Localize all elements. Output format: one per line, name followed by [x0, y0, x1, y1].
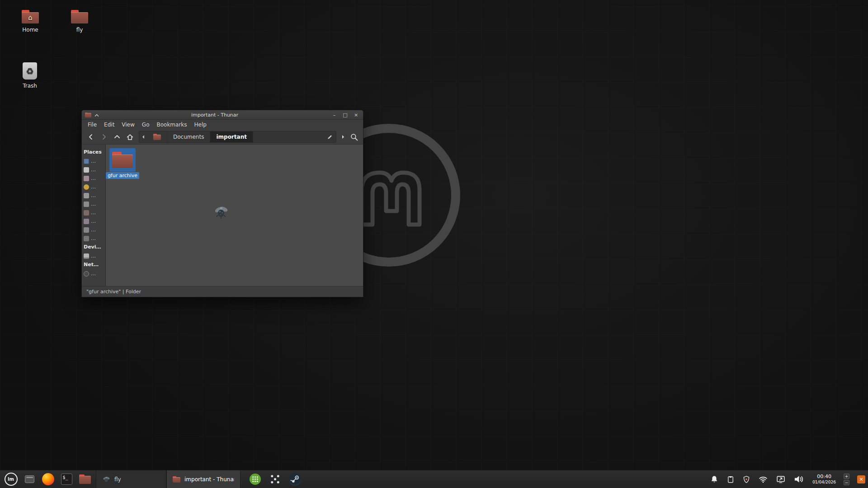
places-header: Places	[84, 149, 104, 155]
window-list-button[interactable]	[22, 472, 37, 487]
path-bar: Documents important	[139, 131, 336, 143]
desktop-icon-trash[interactable]: ♻ Trash	[9, 62, 51, 89]
sidebar-item-filesystem[interactable]: …	[84, 183, 104, 191]
clock-time: 00:40	[817, 474, 831, 480]
home-icon	[84, 167, 89, 173]
system-tray: 00:40 01/04/2026 + − ×	[710, 474, 868, 485]
firefox-icon	[42, 473, 54, 485]
menu-go[interactable]: Go	[138, 121, 153, 129]
steam-icon	[289, 473, 301, 485]
videos-icon	[84, 236, 89, 241]
task-label: fly	[114, 476, 121, 483]
pictures-icon	[84, 227, 89, 233]
crumb-home[interactable]	[147, 131, 167, 142]
orange-close-badge[interactable]: ×	[857, 475, 865, 483]
steam-launcher[interactable]	[288, 472, 302, 487]
green-apps-launcher[interactable]	[248, 472, 262, 487]
menu-file[interactable]: File	[84, 121, 100, 129]
crumb-label: Documents	[173, 134, 204, 140]
forward-button[interactable]	[98, 131, 110, 143]
clock-date: 01/04/2026	[812, 480, 836, 485]
volume-icon[interactable]	[793, 474, 805, 484]
file-view[interactable]: gfur archive	[106, 145, 363, 286]
zoom-in-button[interactable]: +	[844, 474, 849, 479]
search-button[interactable]	[348, 131, 360, 143]
crumb-important[interactable]: important	[210, 131, 253, 142]
menu-bookmarks[interactable]: Bookmarks	[153, 121, 190, 129]
home-button[interactable]	[124, 131, 136, 143]
documents-icon	[84, 202, 89, 207]
sidebar-item-home[interactable]: …	[84, 165, 104, 174]
dots-grid-icon	[269, 474, 281, 485]
network-globe-icon	[84, 184, 89, 190]
menu-edit[interactable]: Edit	[100, 121, 118, 129]
sidebar-item-downloads[interactable]: …	[84, 208, 104, 217]
fly-sprite[interactable]	[213, 204, 229, 220]
window-icon	[25, 475, 34, 483]
home-emblem-icon: ⌂	[22, 10, 39, 23]
menu-view[interactable]: View	[118, 121, 138, 129]
folder-icon	[173, 476, 180, 483]
shade-chevron-up-icon[interactable]	[94, 111, 99, 119]
display-capture-icon[interactable]	[776, 474, 786, 484]
network-drive-icon	[84, 271, 89, 277]
computer-icon	[84, 159, 89, 164]
crumb-label: important	[216, 134, 246, 140]
menu-bar: File Edit View Go Bookmarks Help	[82, 120, 363, 130]
minimize-button[interactable]: –	[330, 113, 338, 117]
file-manager-launcher[interactable]	[78, 472, 92, 487]
dots-grid-launcher[interactable]	[268, 472, 282, 487]
window-titlebar[interactable]: important - Thunar – □ ×	[82, 110, 363, 120]
task-button-fly[interactable]: fly	[96, 470, 166, 488]
folder-icon	[79, 474, 91, 484]
window-icon	[85, 113, 91, 117]
desktop-icon-label: Home	[22, 27, 38, 33]
sidebar-item-documents[interactable]: …	[84, 200, 104, 208]
crumb-documents[interactable]: Documents	[167, 131, 210, 142]
sidebar-item-pictures[interactable]: …	[84, 225, 104, 234]
back-button[interactable]	[85, 131, 97, 143]
toolbar: Documents important	[82, 130, 363, 145]
edit-path-pencil-icon[interactable]	[324, 131, 336, 142]
folder-icon	[112, 152, 133, 168]
menu-help[interactable]: Help	[191, 121, 210, 129]
mint-menu-button[interactable]: lm	[4, 472, 18, 487]
path-scroll-right-icon[interactable]	[339, 131, 347, 143]
window-title: important - Thunar	[102, 112, 327, 118]
file-item-gfur-archive[interactable]: gfur archive	[108, 148, 137, 179]
taskbar: lm $_ fly important	[0, 470, 868, 488]
sidebar-item-trash[interactable]: …	[84, 191, 104, 200]
home-folder-icon: ⌂	[22, 10, 39, 23]
sidebar-item-videos[interactable]: …	[84, 234, 104, 243]
music-icon	[84, 219, 89, 224]
selected-file-highlight	[109, 148, 136, 172]
zoom-out-button[interactable]: −	[844, 480, 849, 485]
folder-icon	[71, 10, 88, 23]
sidebar-item-harddisk[interactable]: …	[84, 252, 104, 260]
firefox-launcher[interactable]	[41, 472, 55, 487]
desktop-icon-fly[interactable]: fly	[59, 10, 100, 33]
home-crumb-folder-icon	[153, 134, 161, 140]
wifi-icon[interactable]	[758, 475, 768, 484]
shield-icon[interactable]	[742, 475, 750, 484]
clipboard-icon[interactable]	[726, 475, 735, 484]
terminal-launcher[interactable]: $_	[59, 472, 74, 487]
sidebar-item-network[interactable]: …	[84, 269, 104, 278]
maximize-button[interactable]: □	[341, 113, 349, 117]
status-bar: "gfur archive" | Folder	[82, 286, 363, 297]
sidebar-item-music[interactable]: …	[84, 217, 104, 225]
mint-logo-icon: lm	[5, 473, 18, 486]
close-button[interactable]: ×	[352, 113, 360, 117]
clock[interactable]: 00:40 01/04/2026	[812, 474, 836, 485]
task-label: important - Thunar	[184, 476, 234, 483]
sidebar-item-computer[interactable]: …	[84, 157, 104, 165]
trash-icon	[84, 193, 89, 198]
trash-icon: ♻	[23, 62, 37, 80]
terminal-icon: $_	[61, 474, 72, 485]
task-button-important-thunar[interactable]: important - Thunar	[166, 470, 241, 488]
sidebar-item-desktop[interactable]: …	[84, 174, 104, 183]
path-scroll-left-icon[interactable]	[139, 131, 147, 142]
notifications-bell-icon[interactable]	[710, 475, 719, 484]
desktop-icon-home[interactable]: ⌂ Home	[9, 10, 51, 33]
up-button[interactable]	[111, 131, 123, 143]
